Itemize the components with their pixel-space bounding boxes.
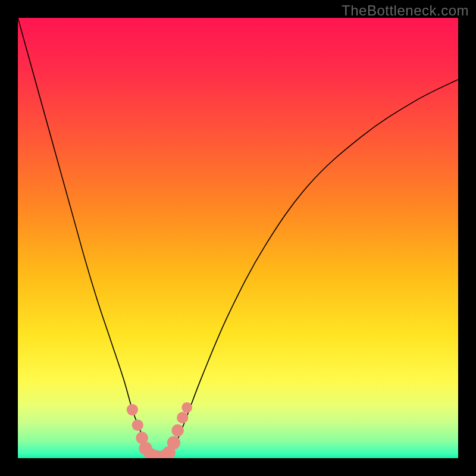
marker-group — [127, 402, 192, 458]
marker-dot — [167, 436, 180, 449]
marker-dot — [127, 404, 138, 415]
marker-dot — [177, 412, 188, 423]
marker-dot — [181, 402, 192, 413]
marker-dot — [132, 419, 143, 431]
watermark-text: TheBottleneck.com — [342, 2, 469, 19]
marker-dot — [171, 424, 184, 437]
chart-frame: TheBottleneck.com — [0, 0, 476, 476]
marker-layer — [18, 18, 458, 458]
plot-area — [18, 18, 458, 458]
